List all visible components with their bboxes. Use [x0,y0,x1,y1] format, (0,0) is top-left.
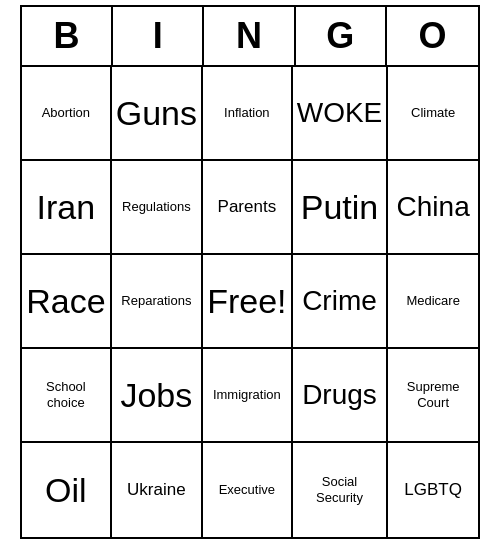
cell-label: WOKE [297,96,383,130]
bingo-cell: Ukraine [112,443,203,537]
cell-label: Crime [302,284,377,318]
cell-label: Immigration [213,387,281,403]
cell-label: Medicare [406,293,459,309]
bingo-cell: Climate [388,67,478,161]
cell-label: School choice [26,379,106,410]
bingo-cell: Regulations [112,161,203,255]
cell-label: Social Security [297,474,383,505]
cell-label: Abortion [42,105,90,121]
bingo-cell: WOKE [293,67,389,161]
header-letter: G [296,7,387,65]
bingo-cell: Jobs [112,349,203,443]
bingo-cell: LGBTQ [388,443,478,537]
bingo-cell: Supreme Court [388,349,478,443]
bingo-cell: School choice [22,349,112,443]
bingo-grid: AbortionGunsInflationWOKEClimateIranRegu… [22,67,478,537]
header-letter: N [204,7,295,65]
cell-label: Guns [116,93,197,134]
bingo-cell: Abortion [22,67,112,161]
cell-label: Drugs [302,378,377,412]
bingo-cell: Putin [293,161,389,255]
cell-label: Parents [218,197,277,217]
cell-label: Supreme Court [392,379,474,410]
bingo-cell: Oil [22,443,112,537]
cell-label: Executive [219,482,275,498]
cell-label: Regulations [122,199,191,215]
cell-label: Inflation [224,105,270,121]
bingo-cell: Immigration [203,349,293,443]
cell-label: Putin [301,187,379,228]
cell-label: China [397,190,470,224]
bingo-cell: Parents [203,161,293,255]
bingo-cell: Medicare [388,255,478,349]
cell-label: Climate [411,105,455,121]
bingo-cell: Executive [203,443,293,537]
bingo-cell: Crime [293,255,389,349]
bingo-cell: Guns [112,67,203,161]
cell-label: Ukraine [127,480,186,500]
bingo-cell: Drugs [293,349,389,443]
bingo-cell: Race [22,255,112,349]
cell-label: Jobs [120,375,192,416]
cell-label: Oil [45,470,87,511]
header-letter: B [22,7,113,65]
bingo-cell: Free! [203,255,293,349]
bingo-cell: Iran [22,161,112,255]
cell-label: Reparations [121,293,191,309]
bingo-cell: Inflation [203,67,293,161]
cell-label: Race [26,281,105,322]
header-letter: I [113,7,204,65]
bingo-cell: Social Security [293,443,389,537]
cell-label: Free! [207,281,286,322]
header-letter: O [387,7,478,65]
cell-label: LGBTQ [404,480,462,500]
cell-label: Iran [37,187,96,228]
bingo-card: BINGO AbortionGunsInflationWOKEClimateIr… [20,5,480,539]
bingo-cell: China [388,161,478,255]
bingo-cell: Reparations [112,255,203,349]
bingo-header: BINGO [22,7,478,67]
